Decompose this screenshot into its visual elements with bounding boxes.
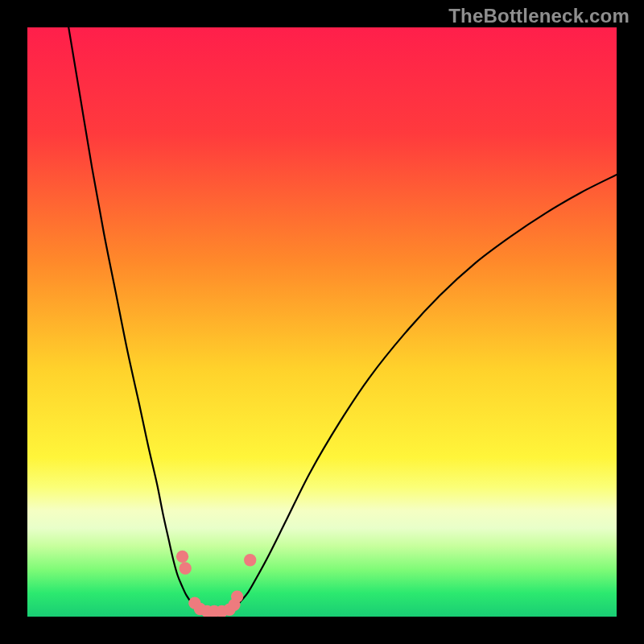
watermark-text: TheBottleneck.com bbox=[448, 5, 630, 27]
curve-marker bbox=[179, 562, 191, 574]
curve-marker bbox=[244, 554, 256, 566]
curve-marker bbox=[176, 551, 188, 563]
plot-area bbox=[27, 27, 617, 617]
curve-marker bbox=[231, 590, 243, 602]
chart-frame: TheBottleneck.com bbox=[0, 0, 644, 644]
bottleneck-curve-chart bbox=[27, 27, 617, 617]
gradient-background bbox=[27, 27, 617, 617]
